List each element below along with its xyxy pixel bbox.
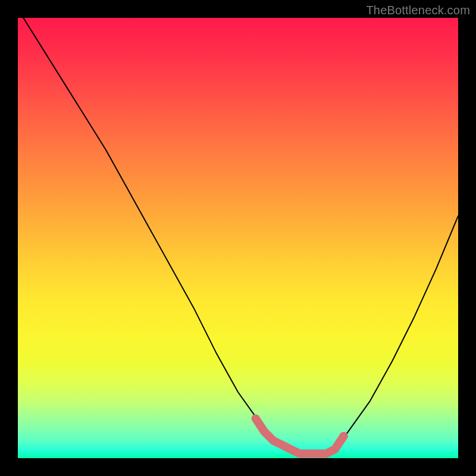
watermark-text: TheBottleneck.com — [366, 4, 470, 17]
highlight-curve — [256, 418, 344, 453]
plot-area — [18, 18, 458, 458]
main-curve — [18, 18, 458, 454]
highlight-dot — [340, 432, 348, 440]
curve-svg — [18, 18, 458, 458]
chart-stage: TheBottleneck.com — [0, 0, 476, 476]
